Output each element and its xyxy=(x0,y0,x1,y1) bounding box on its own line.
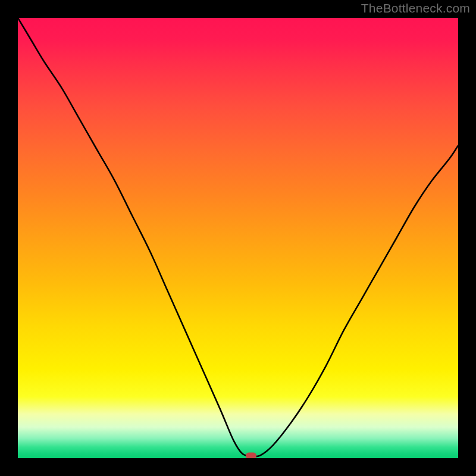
plot-area xyxy=(18,18,458,458)
bottleneck-curve xyxy=(18,18,458,458)
chart-frame: TheBottleneck.com xyxy=(0,0,476,476)
optimal-point-marker xyxy=(246,453,256,458)
watermark-text: TheBottleneck.com xyxy=(361,1,470,15)
